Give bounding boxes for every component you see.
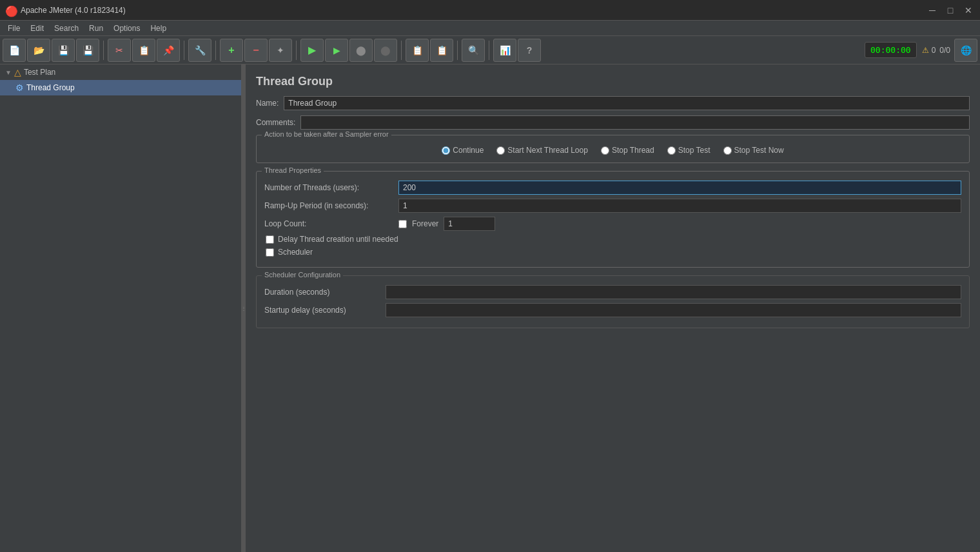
radio-stop-thread[interactable]: Stop Thread xyxy=(601,146,654,155)
new-button[interactable]: 📄 xyxy=(3,39,26,62)
copy-button[interactable]: 📋 xyxy=(132,39,155,62)
clear-button[interactable]: ✦ xyxy=(269,39,292,62)
num-threads-label: Number of Threads (users): xyxy=(264,183,393,192)
save-button[interactable]: 💾 xyxy=(52,39,75,62)
add-button[interactable]: + xyxy=(220,39,243,62)
toolbar-sep-3 xyxy=(215,41,216,60)
loop-count-input[interactable] xyxy=(444,217,495,231)
page-title: Thread Group xyxy=(256,75,970,88)
saveas-button[interactable]: 💾 xyxy=(76,39,99,62)
paste-button[interactable]: 📌 xyxy=(157,39,180,62)
copy-icon: 📋 xyxy=(139,45,150,55)
toolbar-sep-7 xyxy=(489,41,489,60)
menu-search[interactable]: Search xyxy=(49,23,84,34)
sidebar-threadgroup-label: Thread Group xyxy=(26,83,75,92)
scheduler-checkbox[interactable] xyxy=(266,248,274,257)
error-count: 0/0 xyxy=(939,46,950,55)
menu-file[interactable]: File xyxy=(3,23,25,34)
globe-icon: 🌐 xyxy=(961,45,972,55)
threadgroup-icon: ⚙ xyxy=(15,83,24,93)
radio-group: Continue Start Next Thread Loop Stop Thr… xyxy=(264,141,961,157)
num-threads-row: Number of Threads (users): xyxy=(264,181,961,195)
log2-icon: 📋 xyxy=(436,45,447,55)
radio-stop-test[interactable]: Stop Test xyxy=(667,146,710,155)
radio-stop-test-now[interactable]: Stop Test Now xyxy=(723,146,784,155)
menu-edit[interactable]: Edit xyxy=(25,23,49,34)
run-button[interactable]: ▶ xyxy=(300,39,324,62)
radio-start-next-input[interactable] xyxy=(496,146,505,155)
scheduler-config-title: Scheduler Configuration xyxy=(262,271,343,279)
name-input[interactable] xyxy=(284,96,970,110)
new-icon: 📄 xyxy=(9,45,20,55)
menu-run[interactable]: Run xyxy=(84,23,108,34)
action-group-box: Action to be taken after a Sampler error… xyxy=(256,135,970,163)
ramp-up-row: Ramp-Up Period (in seconds): xyxy=(264,199,961,213)
forever-checkbox[interactable] xyxy=(398,220,407,228)
radio-stop-test-now-label: Stop Test Now xyxy=(734,146,784,155)
help-button[interactable]: ? xyxy=(518,39,541,62)
radio-continue[interactable]: Continue xyxy=(442,146,484,155)
toolbar-sep-2 xyxy=(184,41,184,60)
name-label: Name: xyxy=(256,99,279,108)
toolbar: 📄 📂 💾 💾 ✂ 📋 📌 🔧 + − ✦ ▶ ▶ ⬤ ⬤ xyxy=(0,36,980,64)
timer-display: 00:00:00 xyxy=(865,42,917,58)
report-button[interactable]: 📊 xyxy=(493,39,516,62)
clear-icon: ✦ xyxy=(277,45,284,55)
cut-icon: ✂ xyxy=(115,45,123,55)
action-group-title: Action to be taken after a Sampler error xyxy=(262,130,391,138)
sidebar-item-testplan[interactable]: ▼ △ Test Plan xyxy=(0,64,241,80)
run-no-pauses-icon: ▶ xyxy=(333,45,340,55)
delay-thread-label: Delay Thread creation until needed xyxy=(278,235,398,244)
tree-arrow-testplan: ▼ xyxy=(5,69,12,76)
minimize-button[interactable]: ─ xyxy=(926,4,939,17)
remove-icon: − xyxy=(253,44,259,56)
startup-delay-input[interactable] xyxy=(386,303,961,317)
warning-count: 0 xyxy=(932,46,936,55)
sidebar-item-threadgroup[interactable]: ⚙ Thread Group xyxy=(0,80,241,95)
app-icon: 🔴 xyxy=(5,5,15,15)
menu-bar: File Edit Search Run Options Help xyxy=(0,21,980,36)
add-icon: + xyxy=(228,44,234,56)
stop-icon: ⬤ xyxy=(356,45,366,55)
comments-input[interactable] xyxy=(300,115,970,130)
num-threads-input[interactable] xyxy=(398,181,961,195)
radio-stop-thread-input[interactable] xyxy=(601,146,609,155)
radio-stop-test-now-input[interactable] xyxy=(723,146,732,155)
ramp-up-input[interactable] xyxy=(398,199,961,213)
run-icon: ▶ xyxy=(308,44,316,56)
testplan-icon: △ xyxy=(14,67,21,77)
search-icon: 🔍 xyxy=(468,45,479,55)
cut-button[interactable]: ✂ xyxy=(108,39,131,62)
expand-button[interactable]: 🔧 xyxy=(188,39,211,62)
search-button[interactable]: 🔍 xyxy=(462,39,485,62)
run-no-pauses-button[interactable]: ▶ xyxy=(325,39,348,62)
close-button[interactable]: ✕ xyxy=(962,4,975,17)
report-icon: 📊 xyxy=(500,45,511,55)
duration-input[interactable] xyxy=(386,285,961,299)
shutdown-button[interactable]: ⬤ xyxy=(374,39,397,62)
stop-button[interactable]: ⬤ xyxy=(349,39,373,62)
main-layout: ▼ △ Test Plan ⚙ Thread Group ⋮ Thread Gr… xyxy=(0,64,980,552)
radio-stop-test-input[interactable] xyxy=(667,146,676,155)
sidebar-testplan-label: Test Plan xyxy=(24,68,55,77)
log1-button[interactable]: 📋 xyxy=(406,39,429,62)
radio-start-next[interactable]: Start Next Thread Loop xyxy=(496,146,588,155)
ramp-up-label: Ramp-Up Period (in seconds): xyxy=(264,201,393,210)
radio-stop-thread-label: Stop Thread xyxy=(612,146,654,155)
content-area: Thread Group Name: Comments: Action to b… xyxy=(246,64,980,552)
paste-icon: 📌 xyxy=(163,45,174,55)
toolbar-sep-6 xyxy=(457,41,458,60)
radio-continue-input[interactable] xyxy=(442,146,450,155)
menu-help[interactable]: Help xyxy=(145,23,172,34)
delay-thread-checkbox[interactable] xyxy=(266,235,274,244)
remove-button[interactable]: − xyxy=(244,39,268,62)
toolbar-sep-1 xyxy=(103,41,104,60)
menu-options[interactable]: Options xyxy=(108,23,145,34)
log1-icon: 📋 xyxy=(412,45,423,55)
maximize-button[interactable]: □ xyxy=(944,4,957,17)
globe-button[interactable]: 🌐 xyxy=(954,39,977,62)
open-button[interactable]: 📂 xyxy=(27,39,50,62)
thread-properties-box: Thread Properties Number of Threads (use… xyxy=(256,171,970,268)
log2-button[interactable]: 📋 xyxy=(430,39,453,62)
save-icon: 💾 xyxy=(58,45,69,55)
